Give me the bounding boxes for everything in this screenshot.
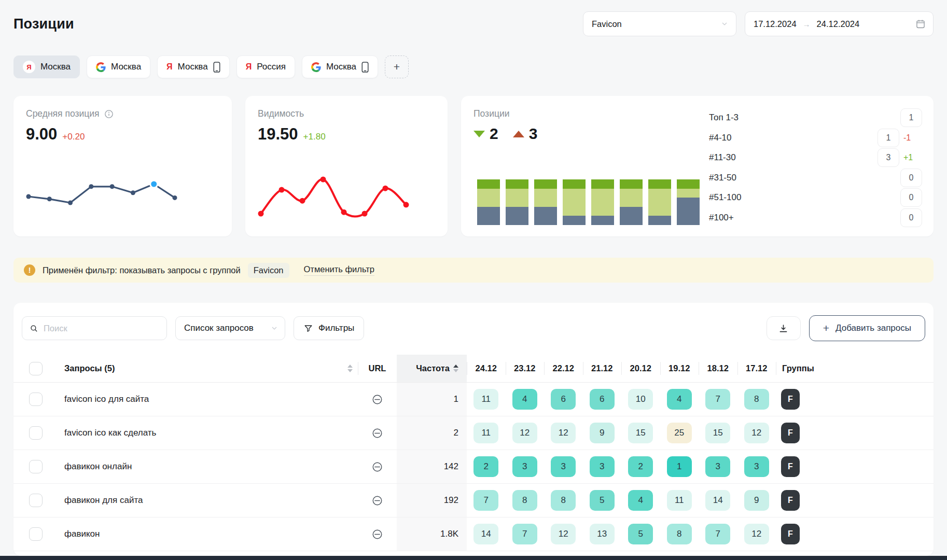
position-chip: 7 xyxy=(705,524,730,544)
legend-row: #11-303+1 xyxy=(709,148,922,167)
table-toolbar: Список запросов Фильтры + Добавить запро… xyxy=(22,315,925,341)
position-chip: 6 xyxy=(551,389,576,410)
region-tab-label: Москва xyxy=(178,62,208,72)
search-icon xyxy=(30,324,38,333)
table-row[interactable]: фавикон1.8K147121358712F xyxy=(13,517,934,551)
row-checkbox[interactable] xyxy=(29,527,43,541)
add-region-tab-button[interactable]: + xyxy=(385,55,409,78)
date-column-header[interactable]: 20.12 xyxy=(621,355,660,382)
date-column-header[interactable]: 22.12 xyxy=(544,355,583,382)
visibility-value: 19.50 xyxy=(258,125,298,144)
row-checkbox[interactable] xyxy=(29,426,43,440)
query-text: favicon ico для сайта xyxy=(58,394,342,404)
avg-position-chart xyxy=(24,179,179,207)
position-chip: 1 xyxy=(667,456,692,477)
url-link-icon xyxy=(371,427,383,439)
avg-position-card: Средняя позиция 9.00 +0.20 xyxy=(13,96,232,236)
bottom-edge-bar xyxy=(0,556,947,560)
queries-column-header[interactable]: Запросы (5) xyxy=(58,355,342,382)
frequency-value: 1 xyxy=(397,383,467,416)
url-link-icon xyxy=(371,495,383,507)
query-list-select[interactable]: Список запросов xyxy=(175,316,285,340)
position-chip: 12 xyxy=(551,524,576,544)
legend-value: 0 xyxy=(900,208,922,227)
group-select[interactable]: Favicon xyxy=(583,11,736,36)
stacked-bar-23.12 xyxy=(648,179,671,225)
row-checkbox[interactable] xyxy=(29,393,43,406)
region-tab-1[interactable]: ЯМосква xyxy=(13,55,80,78)
bar-segment xyxy=(506,179,528,189)
visibility-delta: +1.80 xyxy=(303,132,326,142)
date-arrow-icon: → xyxy=(803,20,811,29)
table-row[interactable]: фавикон для сайта1927885411149F xyxy=(13,484,934,517)
region-tab-3[interactable]: ЯМосква xyxy=(157,55,230,78)
positions-stacked-bar-chart xyxy=(477,179,700,225)
url-link[interactable] xyxy=(358,383,397,416)
position-chip: 8 xyxy=(551,490,576,511)
date-column-header[interactable]: 17.12 xyxy=(737,355,776,382)
position-chip: 11 xyxy=(474,423,498,443)
google-icon xyxy=(311,62,321,72)
table-row[interactable]: favicon ico как сделать2111212915251512F xyxy=(13,416,934,450)
url-link[interactable] xyxy=(358,517,397,551)
group-badge: F xyxy=(781,423,800,443)
region-tab-5[interactable]: Москва xyxy=(302,55,378,78)
legend-value: 3 xyxy=(878,148,899,167)
group-select-value: Favicon xyxy=(592,19,622,29)
region-tab-label: Россия xyxy=(257,62,286,72)
table-row[interactable]: favicon ico для сайта11146610478F xyxy=(13,383,934,416)
cancel-filter-link[interactable]: Отменить фильтр xyxy=(304,264,374,276)
avg-position-value: 9.00 xyxy=(26,125,57,144)
date-range-picker[interactable]: 17.12.2024 → 24.12.2024 xyxy=(745,11,934,36)
position-chip: 8 xyxy=(667,524,692,544)
position-chip: 10 xyxy=(628,389,653,410)
select-all-checkbox[interactable] xyxy=(29,362,43,375)
region-tab-2[interactable]: Москва xyxy=(87,55,150,78)
date-column-header[interactable]: 24.12 xyxy=(467,355,506,382)
legend-value: 0 xyxy=(900,188,922,207)
url-link[interactable] xyxy=(358,484,397,517)
date-column-header[interactable]: 19.12 xyxy=(660,355,699,382)
position-chip: 25 xyxy=(667,423,692,443)
region-tab-label: Москва xyxy=(326,62,356,72)
row-checkbox-cell xyxy=(13,450,58,483)
row-checkbox[interactable] xyxy=(29,460,43,473)
table-row[interactable]: фавикон онлайн14223332133F xyxy=(13,450,934,484)
position-chip: 5 xyxy=(628,524,653,544)
frequency-column-header[interactable]: Частота xyxy=(397,355,467,382)
url-link-icon xyxy=(371,394,383,405)
legend-row: #31-500 xyxy=(709,169,922,187)
legend-label: #11-30 xyxy=(709,152,878,163)
position-chip: 15 xyxy=(628,423,653,443)
filters-button[interactable]: Фильтры xyxy=(294,316,364,340)
region-tab-4[interactable]: ЯРоссия xyxy=(236,55,295,78)
table-body: favicon ico для сайта11146610478Ffavicon… xyxy=(13,383,934,551)
region-tab-label: Москва xyxy=(40,62,71,72)
url-link[interactable] xyxy=(358,416,397,450)
add-queries-button[interactable]: + Добавить запросы xyxy=(809,315,925,341)
position-chip: 9 xyxy=(744,490,769,511)
sort-icon[interactable] xyxy=(453,365,458,372)
search-input[interactable] xyxy=(44,324,159,333)
info-icon[interactable] xyxy=(104,109,114,119)
legend-row: #4-101-1 xyxy=(709,129,922,147)
export-button[interactable] xyxy=(767,316,801,340)
warning-icon: ! xyxy=(24,264,35,276)
queries-table-card: Список запросов Фильтры + Добавить запро… xyxy=(13,303,934,556)
position-chip: 12 xyxy=(744,524,769,544)
position-chip: 4 xyxy=(512,389,537,410)
url-link[interactable] xyxy=(358,450,397,483)
bar-segment xyxy=(534,207,557,225)
date-column-header[interactable]: 23.12 xyxy=(506,355,545,382)
date-column-header[interactable]: 21.12 xyxy=(583,355,622,382)
legend-row: #100+0 xyxy=(709,208,922,227)
frequency-value: 192 xyxy=(397,484,467,517)
row-checkbox[interactable] xyxy=(29,494,43,507)
filter-group-badge: Favicon xyxy=(248,263,289,278)
position-chip: 13 xyxy=(590,524,615,544)
sort-icon[interactable] xyxy=(347,365,353,372)
position-chip: 11 xyxy=(474,389,498,410)
date-column-header[interactable]: 18.12 xyxy=(699,355,737,382)
bar-segment xyxy=(677,179,700,189)
bar-segment xyxy=(591,216,614,225)
